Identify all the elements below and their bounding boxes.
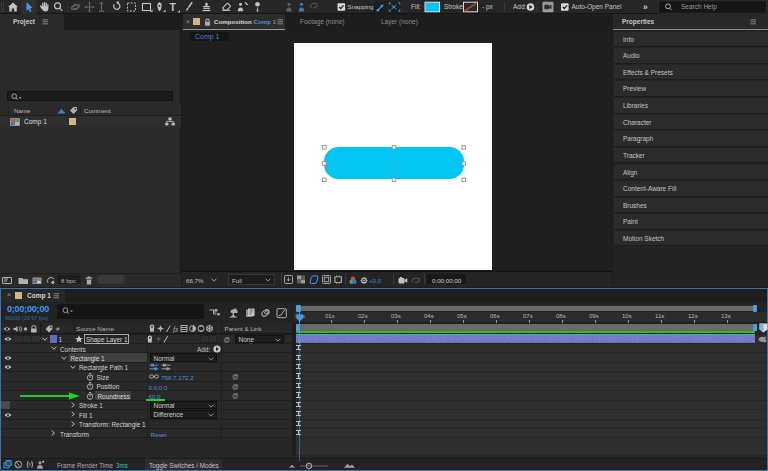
svg-text:Auto-Open Panel: Auto-Open Panel — [572, 3, 622, 11]
svg-text:Search Help: Search Help — [681, 3, 717, 11]
svg-text:Stroke:: Stroke: — [444, 3, 465, 10]
svg-text:Add:: Add: — [513, 3, 527, 10]
svg-text:»: » — [643, 2, 648, 12]
svg-text:Fill:: Fill: — [411, 3, 421, 10]
svg-text:Snapping: Snapping — [348, 3, 375, 10]
svg-text:- px: - px — [482, 3, 494, 11]
svg-text:fx: fx — [173, 325, 179, 333]
svg-text:T: T — [170, 1, 177, 13]
